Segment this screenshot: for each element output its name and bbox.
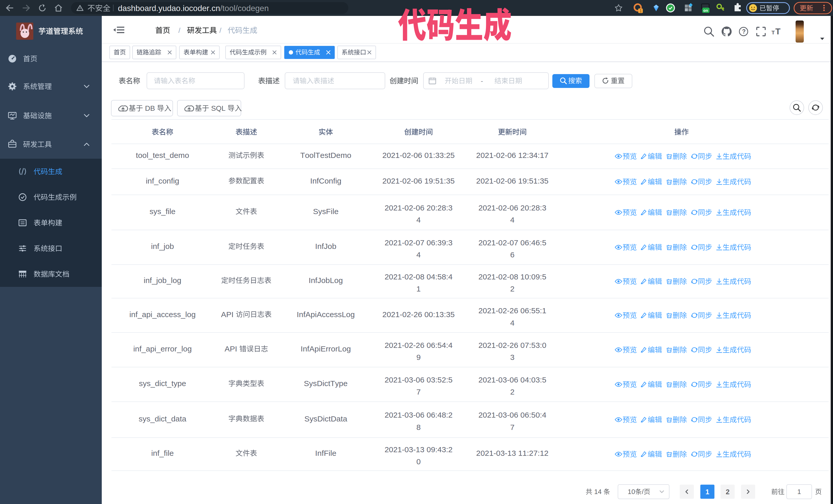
svg-text:SQL: SQL — [209, 104, 228, 112]
svg-text:/: / — [178, 26, 181, 34]
svg-text:2021-03-13 11:27:12: 2021-03-13 11:27:12 — [476, 449, 548, 457]
svg-text:sys_dict_data: sys_dict_data — [139, 414, 186, 423]
svg-text:10: 10 — [628, 488, 635, 496]
svg-text:1: 1 — [416, 284, 421, 293]
svg-text:2: 2 — [725, 488, 730, 496]
svg-text:API: API — [221, 310, 236, 319]
svg-text:8: 8 — [416, 423, 421, 431]
svg-text:inf_file: inf_file — [151, 449, 174, 457]
svg-text:7: 7 — [416, 387, 421, 396]
svg-text:/: / — [642, 488, 644, 496]
svg-text:4: 4 — [510, 215, 515, 224]
svg-text:tool_test_demo: tool_test_demo — [136, 151, 189, 160]
svg-text:2021-02-06 20:28:3: 2021-02-06 20:28:3 — [384, 203, 452, 212]
svg-text:2021-03-13 09:43:2: 2021-03-13 09:43:2 — [384, 445, 452, 454]
svg-text:0: 0 — [416, 457, 421, 466]
svg-text:4: 4 — [416, 250, 421, 259]
svg-text:2021-02-26 06:54:4: 2021-02-26 06:54:4 — [384, 341, 452, 350]
svg-text:2021-02-06 19:51:35: 2021-02-06 19:51:35 — [476, 176, 548, 185]
svg-text:InfConfig: InfConfig — [310, 176, 341, 185]
svg-text:inf_job: inf_job — [151, 242, 174, 250]
svg-text:DB: DB — [143, 104, 157, 112]
svg-text:inf_api_error_log: inf_api_error_log — [133, 344, 192, 353]
svg-text:2021-02-06 12:34:17: 2021-02-06 12:34:17 — [476, 151, 548, 160]
svg-text:2021-02-06 19:51:35: 2021-02-06 19:51:35 — [382, 176, 455, 185]
svg-text:ToolTestDemo: ToolTestDemo — [300, 151, 351, 160]
svg-text:SysDictType: SysDictType — [304, 379, 348, 388]
svg-text:T: T — [775, 27, 781, 36]
svg-text:dashboard.yudao.iocoder.cn: dashboard.yudao.iocoder.cn — [118, 4, 220, 13]
svg-text:-: - — [481, 77, 483, 85]
svg-text:4: 4 — [416, 215, 421, 224]
svg-text:InfJob: InfJob — [315, 242, 336, 250]
svg-text:inf_api_access_log: inf_api_access_log — [129, 310, 196, 319]
svg-text:InfApiErrorLog: InfApiErrorLog — [301, 344, 351, 353]
svg-text:T: T — [771, 29, 775, 35]
svg-text:2021-02-06 20:28:3: 2021-02-06 20:28:3 — [478, 203, 546, 212]
svg-text:?: ? — [742, 28, 745, 35]
svg-text:2: 2 — [510, 284, 515, 293]
svg-text:9: 9 — [416, 353, 421, 361]
svg-text:2021-02-26 07:53:0: 2021-02-26 07:53:0 — [478, 341, 546, 350]
svg-text:InfFile: InfFile — [315, 449, 336, 457]
svg-text:SysDictData: SysDictData — [304, 414, 347, 423]
svg-text:InfJobLog: InfJobLog — [309, 276, 343, 285]
svg-text:API: API — [224, 344, 239, 353]
svg-text:2: 2 — [510, 387, 515, 396]
svg-text:/tool/codegen: /tool/codegen — [220, 4, 269, 13]
svg-text:1: 1 — [798, 488, 801, 496]
svg-text:2021-02-26 00:13:35: 2021-02-26 00:13:35 — [382, 310, 455, 319]
svg-text:4: 4 — [510, 318, 515, 327]
svg-text:2021-02-08 04:58:4: 2021-02-08 04:58:4 — [384, 272, 452, 281]
svg-text:2021-02-07 06:39:3: 2021-02-07 06:39:3 — [384, 238, 452, 247]
svg-text:2021-03-06 04:03:5: 2021-03-06 04:03:5 — [478, 375, 546, 384]
svg-text:on: on — [703, 8, 708, 13]
svg-text:SysFile: SysFile — [313, 207, 339, 216]
svg-text:2021-02-07 06:46:5: 2021-02-07 06:46:5 — [478, 238, 546, 247]
svg-text:3: 3 — [510, 353, 515, 361]
svg-text:2021-02-06 01:33:25: 2021-02-06 01:33:25 — [382, 151, 455, 160]
svg-text:6: 6 — [510, 250, 515, 259]
svg-text:inf_config: inf_config — [146, 176, 179, 185]
svg-text:1: 1 — [640, 9, 642, 13]
svg-text:InfApiAccessLog: InfApiAccessLog — [297, 310, 355, 319]
svg-text:2021-02-08 10:09:5: 2021-02-08 10:09:5 — [478, 272, 546, 281]
svg-text:2021-03-06 06:48:2: 2021-03-06 06:48:2 — [384, 410, 452, 419]
svg-text:2021-03-06 03:52:5: 2021-03-06 03:52:5 — [384, 375, 452, 384]
svg-text:7: 7 — [510, 423, 515, 431]
svg-text:sys_file: sys_file — [149, 207, 175, 216]
svg-text:1: 1 — [705, 488, 709, 496]
svg-text:inf_job_log: inf_job_log — [144, 276, 181, 285]
svg-text:2021-02-26 06:55:1: 2021-02-26 06:55:1 — [478, 306, 546, 315]
svg-text:2021-03-06 06:50:4: 2021-03-06 06:50:4 — [478, 410, 546, 419]
svg-text:sys_dict_type: sys_dict_type — [139, 379, 186, 388]
svg-text:14: 14 — [592, 488, 603, 496]
svg-text:/: / — [219, 26, 221, 34]
